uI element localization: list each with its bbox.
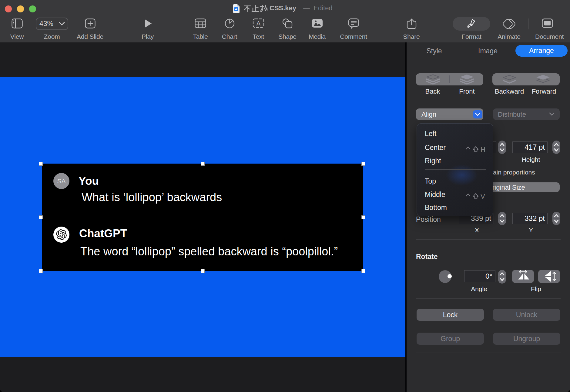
svg-text:A: A: [256, 20, 261, 27]
svg-text:H: H: [481, 146, 485, 153]
svg-text:V: V: [481, 193, 485, 200]
